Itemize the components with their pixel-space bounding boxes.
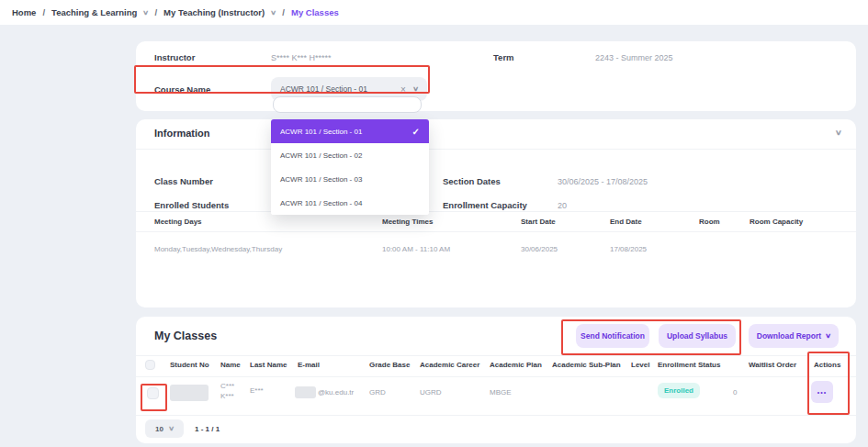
- waitlist-order-cell: 0: [733, 388, 737, 397]
- breadcrumb-teaching-learning[interactable]: Teaching & Learning: [51, 7, 137, 17]
- course-option-section-02[interactable]: ACWR 101 / Section - 02: [271, 143, 429, 167]
- room-capacity-header: Room Capacity: [750, 218, 803, 226]
- breadcrumb-my-teaching[interactable]: My Teaching (Instructor): [163, 7, 265, 17]
- send-notification-button[interactable]: Send Notification: [576, 324, 649, 348]
- section-dates-value: 30/06/2025 - 17/08/2025: [558, 177, 648, 186]
- student-no-redacted: [170, 385, 209, 401]
- pagination-range: 1 - 1 / 1: [195, 425, 220, 433]
- actions-header: Actions: [814, 361, 840, 369]
- check-icon: ✓: [412, 127, 420, 137]
- course-option-section-04[interactable]: ACWR 101 / Section - 04: [271, 191, 429, 215]
- name-cell-line1: C***: [220, 382, 234, 390]
- instructor-label: Instructor: [154, 52, 195, 62]
- select-all-checkbox[interactable]: [145, 360, 155, 370]
- filter-card: Instructor S**** K*** H***** Term 2243 -…: [136, 41, 856, 111]
- clear-icon[interactable]: ×: [400, 84, 406, 95]
- divider: [136, 231, 856, 232]
- download-report-label: Download Report: [757, 331, 821, 341]
- academic-sub-plan-header: Academic Sub-Plan: [552, 361, 621, 369]
- class-number-label: Class Number: [154, 176, 213, 186]
- name-header: Name: [220, 361, 241, 369]
- course-option-label: ACWR 101 / Section - 02: [280, 151, 362, 160]
- course-option-section-01[interactable]: ACWR 101 / Section - 01 ✓: [271, 119, 429, 143]
- room-header: Room: [699, 218, 720, 226]
- enrollment-capacity-value: 20: [558, 201, 567, 210]
- course-option-label: ACWR 101 / Section - 03: [280, 175, 362, 184]
- breadcrumb-separator: /: [42, 7, 45, 17]
- last-name-header: Last Name: [250, 361, 287, 369]
- screen: Home / Teaching & Learning ∨ / My Teachi…: [0, 0, 868, 447]
- divider: [136, 355, 856, 356]
- start-date-cell: 30/06/2025: [521, 245, 558, 253]
- academic-career-header: Academic Career: [420, 361, 479, 369]
- information-title: Information: [154, 128, 210, 139]
- meeting-days-cell: Monday,Tuesday,Wednesday,Thursday: [154, 245, 282, 253]
- meeting-times-header: Meeting Times: [382, 218, 433, 226]
- page-size-value: 10: [155, 425, 163, 433]
- term-value: 2243 - Summer 2025: [595, 53, 673, 62]
- course-name-selected-value: ACWR 101 / Section - 01: [280, 84, 400, 94]
- enrollment-capacity-label: Enrollment Capacity: [443, 200, 527, 210]
- chevron-down-icon: ∨: [168, 425, 175, 432]
- course-dropdown-search-input[interactable]: [273, 96, 422, 113]
- academic-plan-header: Academic Plan: [490, 361, 542, 369]
- email-suffix-cell: @ku.edu.tr: [318, 388, 354, 397]
- last-name-cell: E***: [250, 386, 264, 395]
- divider: [136, 211, 856, 212]
- course-option-label: ACWR 101 / Section - 01: [280, 128, 362, 136]
- information-card: Information ∨ Class Number Enrolled Stud…: [136, 119, 856, 307]
- download-report-button[interactable]: Download Report ∨: [749, 324, 839, 348]
- breadcrumb-home[interactable]: Home: [12, 7, 36, 17]
- breadcrumb: Home / Teaching & Learning ∨ / My Teachi…: [0, 0, 868, 25]
- email-redacted: [295, 386, 316, 398]
- enrollment-status-header: Enrollment Status: [658, 361, 720, 369]
- page-size-select[interactable]: 10 ∨: [145, 419, 184, 438]
- breadcrumb-separator: /: [282, 7, 285, 17]
- divider: [136, 149, 856, 150]
- term-label: Term: [493, 52, 514, 62]
- name-cell-line2: K***: [220, 392, 234, 400]
- enrollment-status-badge: Enrolled: [658, 383, 700, 398]
- divider: [136, 415, 856, 416]
- grade-base-cell: GRD: [369, 388, 386, 397]
- end-date-header: End Date: [610, 218, 642, 226]
- meeting-days-header: Meeting Days: [154, 218, 202, 226]
- chevron-down-icon: ∨: [825, 332, 831, 340]
- my-classes-card: My Classes Send Notification Upload Syll…: [136, 317, 856, 443]
- end-date-cell: 17/08/2025: [610, 245, 647, 253]
- academic-plan-cell: MBGE: [490, 388, 512, 397]
- chevron-down-icon[interactable]: ∨: [835, 129, 842, 137]
- start-date-header: Start Date: [521, 218, 556, 226]
- meeting-times-cell: 10:00 AM - 11:10 AM: [382, 245, 450, 253]
- upload-syllabus-button[interactable]: Upload Syllabus: [659, 324, 736, 348]
- email-header: E-mail: [298, 361, 320, 369]
- section-dates-label: Section Dates: [443, 176, 501, 186]
- breadcrumb-my-classes[interactable]: My Classes: [291, 7, 339, 17]
- course-dropdown-menu: ACWR 101 / Section - 01 ✓ ACWR 101 / Sec…: [271, 119, 429, 215]
- grade-base-header: Grade Base: [369, 361, 410, 369]
- waitlist-order-header: Waitlist Order: [749, 361, 796, 369]
- student-no-header: Student No: [170, 361, 209, 369]
- row-checkbox[interactable]: [147, 387, 159, 399]
- chevron-down-icon[interactable]: ∨: [270, 9, 276, 17]
- row-actions-button[interactable]: •••: [811, 381, 833, 403]
- chevron-down-icon: ∨: [412, 85, 419, 93]
- course-option-section-03[interactable]: ACWR 101 / Section - 03: [271, 167, 429, 191]
- chevron-down-icon[interactable]: ∨: [142, 9, 149, 17]
- course-name-label: Course Name: [154, 84, 210, 95]
- enrolled-students-label: Enrolled Students: [154, 200, 229, 210]
- my-classes-title: My Classes: [154, 330, 217, 342]
- breadcrumb-separator: /: [154, 7, 157, 17]
- divider: [136, 376, 856, 377]
- instructor-value: S**** K*** H*****: [271, 53, 332, 62]
- academic-career-cell: UGRD: [420, 388, 442, 397]
- course-option-label: ACWR 101 / Section - 04: [280, 199, 362, 207]
- level-header: Level: [631, 361, 649, 369]
